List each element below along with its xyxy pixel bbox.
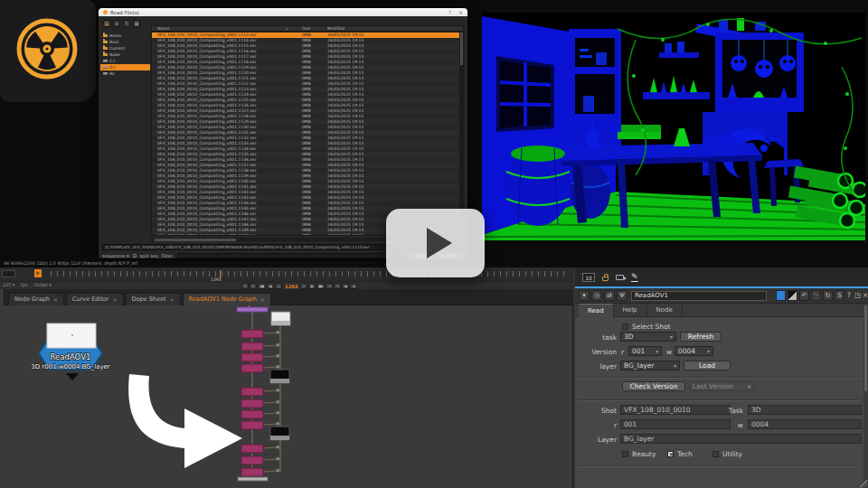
file-rows: VFX_108_010_0010_Compositing_v001.1113.e… (152, 33, 459, 235)
sidebar-bookmark-item[interactable]: C:/ (100, 58, 150, 64)
sidebar-bookmark-item[interactable]: Home (100, 33, 150, 39)
select-shot-checkbox[interactable]: Select Shot (622, 323, 671, 331)
properties-tab[interactable]: Node (647, 304, 683, 317)
float-window-icon[interactable]: ◳ (854, 291, 861, 299)
transport-button[interactable]: ⇤ (250, 283, 257, 289)
vscroll-thumb[interactable] (460, 33, 463, 65)
pass-checkbox[interactable]: Utility (712, 450, 742, 458)
up-directory-button[interactable]: ↑ (123, 20, 130, 27)
task-dropdown[interactable]: 3D ▾ (620, 332, 676, 342)
color-swatch-button[interactable] (776, 290, 786, 301)
sidebar-bookmark-item[interactable]: D:/ (100, 64, 150, 70)
file-list-vscrollbar[interactable] (459, 33, 463, 235)
browser-menu-button[interactable]: ▦ (133, 20, 140, 27)
hscroll-thumb[interactable] (155, 239, 236, 241)
timeline-ticks[interactable] (51, 271, 564, 277)
workspace-tab[interactable]: Dope Sheet × (126, 293, 181, 305)
frame-range-dropdown[interactable]: Global ▾ (33, 283, 51, 287)
new-folder-button[interactable]: ▤ (103, 20, 110, 27)
workspace-tab[interactable]: Node Graph × (8, 293, 64, 305)
swap-io-icon[interactable]: ⇄ (604, 290, 615, 301)
max-panels-field[interactable]: 10 (582, 273, 595, 282)
transport-button[interactable]: 1293 (283, 283, 299, 289)
last-version-dropdown[interactable]: Last Version ▾ (689, 381, 754, 391)
layer-dropdown[interactable]: BG_layer ▾ (620, 361, 680, 371)
properties-tab[interactable]: Help (614, 304, 647, 317)
output-dot-node[interactable] (238, 477, 268, 481)
pass-checkbox[interactable]: Beauty (622, 450, 656, 458)
transport-button[interactable]: ▬ (342, 283, 349, 289)
close-panel-icon[interactable]: × (863, 291, 868, 299)
r-version-dropdown[interactable]: 001 ▾ (628, 346, 662, 356)
viewer-3d-render[interactable] (482, 13, 865, 240)
transport-button[interactable]: ▮▶ (316, 283, 325, 289)
column-size[interactable]: Size (302, 26, 310, 32)
read-aov1-node[interactable]: ReadAOV1 3D r001 w0004 BG_layer (31, 324, 110, 380)
w2-field[interactable]: 0004 (748, 419, 862, 429)
viewer-timeline[interactable]: 1293 (0, 267, 573, 282)
tab-close-icon[interactable]: × (53, 294, 58, 305)
properties-scrollbar[interactable] (863, 304, 868, 488)
transport-button[interactable]: ▶ (308, 283, 316, 289)
dot-node[interactable] (237, 307, 268, 312)
properties-tab[interactable]: Read (579, 304, 614, 317)
frame-input[interactable] (2, 270, 15, 277)
refresh-button[interactable]: Refresh (680, 332, 722, 342)
transport-button[interactable]: ▷ (300, 283, 307, 289)
transport-button[interactable]: ↻ (334, 283, 341, 289)
pencil-icon[interactable]: ✎ (631, 272, 638, 282)
script-button[interactable]: S (835, 290, 844, 301)
task2-field[interactable]: 3D (748, 405, 862, 415)
pane-grip[interactable] (0, 289, 5, 305)
workspace-tab[interactable]: ReadAOV1 Node Graph × (183, 293, 271, 305)
resize-grip[interactable] (859, 479, 867, 487)
sidebar-bookmark-item[interactable]: Ro (100, 70, 150, 77)
add-bookmark-button[interactable]: + (113, 20, 120, 27)
clock-icon[interactable]: ◷ (591, 290, 602, 301)
transport-button[interactable]: ≡ (350, 283, 357, 289)
tab-close-icon[interactable]: × (260, 294, 265, 305)
w-version-dropdown[interactable]: 0004 ▾ (675, 346, 713, 356)
gl-color-button[interactable] (788, 290, 797, 301)
node-graph-canvas[interactable]: ReadAOV1 3D r001 w0004 BG_layer (0, 305, 573, 488)
tab-close-icon[interactable]: × (169, 294, 174, 305)
dialog-help-button[interactable]: ? (448, 9, 451, 15)
check-version-button[interactable]: Check Version (622, 381, 685, 391)
layer2-field[interactable]: BG_layer (620, 434, 862, 444)
tab-close-icon[interactable]: × (112, 294, 117, 305)
sequences-dropdown[interactable]: sequences ▾ (102, 254, 129, 258)
redo-button[interactable]: ↷ (811, 290, 821, 301)
node-tree-icon[interactable]: Ψ (617, 290, 627, 301)
transport-button[interactable]: ⇥ (326, 283, 333, 289)
undo-button[interactable]: ↶ (799, 290, 809, 301)
column-name[interactable]: Name (157, 26, 169, 32)
sidebar-bookmark-item[interactable]: Current (100, 45, 150, 52)
workspace-tab[interactable]: Curve Editor × (66, 293, 124, 305)
transport-button[interactable]: ↺ (241, 283, 249, 289)
camera-icon[interactable] (616, 275, 624, 280)
transport-button[interactable]: ◀ (267, 283, 274, 289)
revert-button[interactable]: ↻ (823, 290, 833, 301)
node-tree[interactable] (237, 305, 290, 481)
transport-button[interactable]: ◁ (275, 283, 282, 289)
help-button[interactable]: ? (847, 291, 851, 299)
dialog-close-button[interactable]: × (458, 9, 463, 15)
filter-input[interactable] (177, 253, 405, 258)
r2-field[interactable]: 001 (620, 419, 731, 429)
dialog-titlebar[interactable]: Read File(s) ? × (99, 8, 467, 16)
column-modified[interactable]: Modified (327, 26, 344, 32)
playback-rate-dropdown[interactable]: 225 ▾ (3, 283, 14, 287)
shot-field[interactable]: VFX_108_010_0010 (620, 405, 731, 415)
scroll-thumb[interactable] (864, 305, 867, 391)
divider (579, 377, 861, 379)
sidebar-bookmark-item[interactable]: Root (100, 39, 150, 45)
lock-icon[interactable] (602, 277, 609, 281)
node-name-field[interactable]: ReadAOV1 (631, 291, 767, 301)
pass-checkbox[interactable]: Tech (667, 450, 693, 458)
play-button-overlay[interactable] (386, 209, 485, 277)
collapse-icon[interactable]: ▾ (579, 290, 590, 301)
load-button[interactable]: Load (684, 361, 731, 371)
transport-button[interactable]: ◀▮ (258, 283, 266, 289)
split-seq-checkbox[interactable] (133, 254, 137, 258)
sidebar-bookmark-item[interactable]: Nuke (100, 52, 150, 58)
